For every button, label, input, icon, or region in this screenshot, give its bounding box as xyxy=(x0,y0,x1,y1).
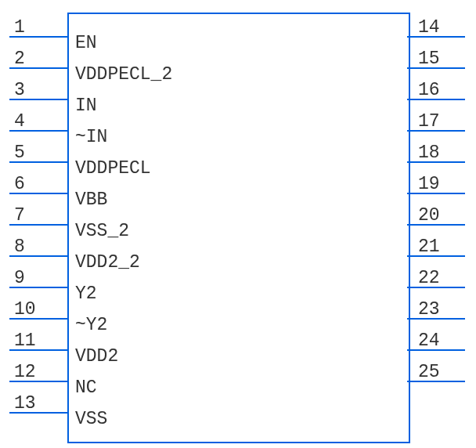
pin-number: 15 xyxy=(418,49,440,69)
pin-number: 1 xyxy=(14,17,25,38)
pin-label: VDDPECL xyxy=(75,158,151,179)
pin-number: 16 xyxy=(418,80,440,100)
pin-number: 12 xyxy=(14,362,36,382)
pin-number: 22 xyxy=(418,268,440,288)
pin-number: 21 xyxy=(418,237,440,257)
pin-number: 18 xyxy=(418,143,440,163)
pin-number: 23 xyxy=(418,299,440,320)
pin-label: EN xyxy=(75,33,97,53)
pin-number: 17 xyxy=(418,111,440,132)
pin-label: NC xyxy=(75,378,97,398)
pin-number: 19 xyxy=(418,174,440,194)
pin-number: 13 xyxy=(14,393,36,414)
pin-label: IN xyxy=(75,96,97,116)
pin-label: ~IN xyxy=(75,127,107,147)
pin-number: 3 xyxy=(14,80,25,100)
pin-label: Y2 xyxy=(75,284,97,304)
pin-label: VSS_2 xyxy=(75,221,129,241)
pin-number: 24 xyxy=(418,331,440,351)
pin-label: VSS xyxy=(75,409,107,429)
pin-number: 11 xyxy=(14,331,36,351)
pin-number: 4 xyxy=(14,111,25,132)
pin-number: 5 xyxy=(14,143,25,163)
pin-label: VDDPECL_2 xyxy=(75,64,172,85)
pin-label: VDD2_2 xyxy=(75,252,140,273)
pin-number: 10 xyxy=(14,299,36,320)
pin-number: 2 xyxy=(14,49,25,69)
pin-label: VBB xyxy=(75,190,107,210)
pin-number: 8 xyxy=(14,237,25,257)
pin-label: VDD2 xyxy=(75,346,118,367)
pin-number: 9 xyxy=(14,268,25,288)
pin-number: 14 xyxy=(418,17,440,38)
pin-label: ~Y2 xyxy=(75,315,107,335)
pin-number: 6 xyxy=(14,174,25,194)
pin-number: 7 xyxy=(14,205,25,226)
ic-pinout-diagram: { "chip": { "body": { "x": 86, "y": 16, … xyxy=(0,0,476,448)
pin-number: 20 xyxy=(418,205,440,226)
pin-number: 25 xyxy=(418,362,440,382)
